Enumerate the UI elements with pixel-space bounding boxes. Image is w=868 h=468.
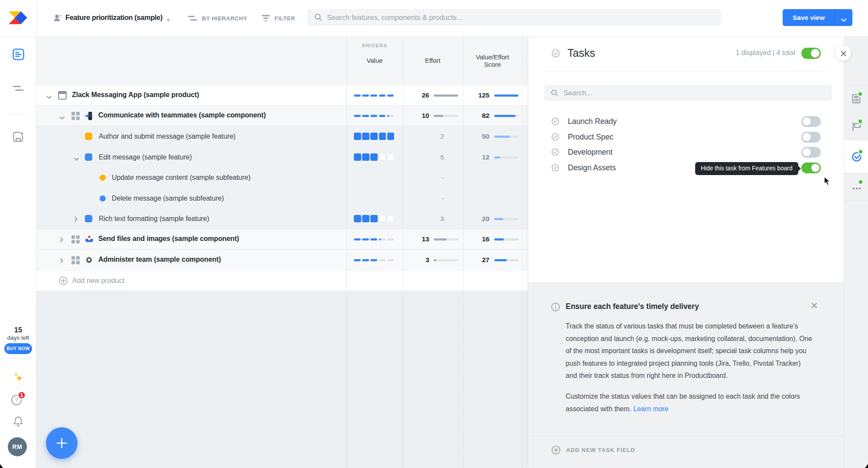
table-row[interactable]: Send files and images (sample component)… [36,229,528,250]
table-row[interactable]: Communicate with teammates (sample compo… [36,106,528,126]
row-name[interactable]: Administer team (sample component) [98,256,221,263]
view-title[interactable]: Feature prioritization (sample) [65,12,162,23]
save-view-divider [835,9,835,26]
notifications-bell-icon[interactable] [0,415,36,427]
value-cell[interactable] [354,153,394,161]
row-name[interactable]: Edit message (sample feature) [99,153,192,161]
notification-dot [859,150,862,153]
filter-label: FILTER [275,15,295,22]
chevron-right-icon[interactable] [60,237,64,244]
add-fab-button[interactable] [46,427,78,459]
row-name[interactable]: Rich text formatting (sample feature) [99,215,209,223]
strip-section[interactable] [844,173,868,201]
mouse-cursor [824,176,833,188]
global-search-input[interactable]: Search features, components & products..… [308,9,722,26]
column-header-score[interactable]: Value/Effort Score [463,53,522,68]
table-row[interactable]: Update message content (sample subfeatur… [36,167,528,188]
product-icon [58,91,67,101]
row-name[interactable]: Communicate with teammates (sample compo… [98,111,266,119]
table-header: DRIVERS Value Effort Value/Effort Score [36,37,528,85]
task-toggle[interactable] [801,116,821,127]
chevron-down-icon[interactable] [59,114,65,122]
by-hierarchy-button[interactable]: BY HIERARCHY [188,12,247,25]
table-row[interactable]: Administer team (sample component) 3 27 [36,250,528,270]
task-label: Development [568,148,612,157]
save-view-chevron-icon[interactable] [841,16,847,24]
plus-circle-icon [551,445,560,455]
avatar[interactable]: RM [8,437,27,456]
strip-section-active[interactable] [844,140,868,173]
effort-number: - [409,195,444,202]
component-grid-icon [71,235,80,246]
learn-more-link[interactable]: Learn more [633,405,668,413]
sidebar-roadmap-button[interactable] [0,85,36,92]
row-name[interactable]: Zlack Messaging App (sample product) [72,91,199,99]
info-close-button[interactable] [811,302,817,310]
task-check-icon [551,117,559,125]
add-new-product-label: Add new product [72,277,124,285]
effort-number: 5 [409,153,444,161]
tooltip-arrow [798,166,801,171]
row-name[interactable]: Author and submit message (sample featur… [99,133,236,140]
chevron-right-icon[interactable] [74,216,78,224]
chevron-down-icon[interactable] [74,155,79,163]
panel-close-button[interactable] [835,45,851,61]
topbar-sidebar-divider [36,0,37,37]
value-cell[interactable] [354,133,394,140]
table-row[interactable]: Zlack Messaging App (sample product) 26 … [36,85,528,106]
view-type-icon [53,13,62,24]
notification-dot [858,92,862,96]
table-row[interactable]: Author and submit message (sample featur… [36,126,528,147]
sidebar-features-board-button[interactable] [0,49,36,60]
more-dots-icon [852,183,862,192]
chevron-down-icon[interactable] [46,93,52,101]
chevron-right-icon[interactable] [60,257,64,265]
info-paragraph-2-text: Customize the status values that can be … [566,393,800,413]
info-icon [551,302,560,312]
table-row[interactable]: Edit message (sample feature) 5 12 [36,147,528,167]
task-row[interactable]: Product Spec [528,131,844,144]
task-label: Launch Ready [568,117,617,126]
score-bar [494,136,518,138]
filter-button[interactable]: FILTER [262,12,295,25]
row-name[interactable]: Update message content (sample subfeatur… [112,174,250,182]
value-cell[interactable] [354,94,394,97]
row-name[interactable]: Delete message (sample subfeature) [112,195,224,202]
score-number: 12 [452,153,489,161]
task-toggle[interactable] [801,162,821,173]
right-icon-strip [844,37,868,468]
value-cell[interactable] [354,115,394,117]
tasks-search-input[interactable]: Search... [544,85,832,101]
strip-section[interactable] [844,113,868,140]
view-title-caret-icon[interactable] [165,16,171,24]
by-hierarchy-label: BY HIERARCHY [202,15,247,22]
send-files-icon [85,235,94,245]
value-cell[interactable] [354,215,394,222]
table-row[interactable]: Rich text formatting (sample feature) 3 … [36,208,528,229]
column-header-value[interactable]: Value [347,57,403,64]
add-new-task-field-button[interactable]: ADD NEW TASK FIELD [551,445,635,455]
strip-section[interactable] [844,84,868,113]
task-row[interactable]: Development [528,146,844,159]
column-header-effort[interactable]: Effort [403,57,463,64]
task-toggle[interactable] [801,147,821,158]
add-new-task-field-label: ADD NEW TASK FIELD [566,447,635,453]
buy-now-button[interactable]: BUY NOW [4,343,32,354]
sidebar-portal-button[interactable] [0,131,36,143]
save-view-button[interactable]: Save view [783,9,852,26]
row-name[interactable]: Send files and images (sample component) [98,235,239,243]
subfeature-icon [100,195,106,202]
task-row[interactable]: Launch Ready [528,115,844,128]
table-row[interactable]: Delete message (sample subfeature) - [36,188,528,208]
help-button[interactable]: ? 1 [0,391,36,407]
score-number: 82 [452,112,489,120]
productboard-logo[interactable] [9,11,27,26]
add-new-product-row[interactable]: Add new product [36,270,528,291]
tasks-master-toggle[interactable] [801,48,821,59]
value-cell[interactable] [354,259,394,261]
effort-number: 3 [409,215,444,223]
value-cell[interactable] [354,238,394,240]
component-grid-icon [71,111,80,122]
whats-new-sparkle-icon[interactable] [0,371,36,384]
task-toggle[interactable] [801,132,821,143]
